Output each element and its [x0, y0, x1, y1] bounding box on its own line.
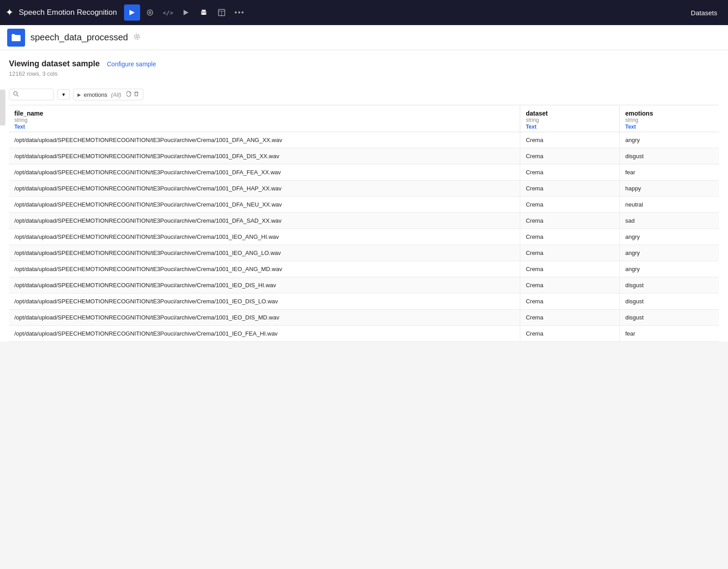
cell-file-name: /opt/data/upload/SPEECHEMOTIONRECOGNITIO…	[9, 326, 520, 342]
configure-sample-link[interactable]: Configure sample	[107, 60, 156, 68]
th-emotions-text-link[interactable]: Text	[625, 124, 714, 130]
chip-label: emotions	[84, 91, 107, 98]
th-emotions: emotions string Text	[620, 105, 719, 132]
dataset-refresh-icon[interactable]	[133, 33, 141, 42]
svg-point-12	[14, 92, 17, 95]
table-row[interactable]: /opt/data/upload/SPEECHEMOTIONRECOGNITIO…	[9, 132, 719, 148]
cell-file-name: /opt/data/upload/SPEECHEMOTIONRECOGNITIO…	[9, 197, 520, 213]
row-count: 12162 rows, 3 cols	[9, 70, 719, 77]
cell-emotions: angry	[620, 132, 719, 148]
cell-file-name: /opt/data/upload/SPEECHEMOTIONRECOGNITIO…	[9, 148, 520, 164]
table-row[interactable]: /opt/data/upload/SPEECHEMOTIONRECOGNITIO…	[9, 213, 719, 229]
deploy-icon	[128, 9, 136, 16]
nav-run-button[interactable]	[178, 4, 194, 21]
svg-point-11	[136, 35, 138, 38]
nav-circle-button[interactable]	[142, 4, 158, 21]
th-file-name-type: string	[14, 117, 514, 123]
svg-line-13	[17, 95, 18, 96]
cell-file-name: /opt/data/upload/SPEECHEMOTIONRECOGNITIO…	[9, 293, 520, 310]
cell-dataset: Crema	[520, 261, 620, 277]
table-row[interactable]: /opt/data/upload/SPEECHEMOTIONRECOGNITIO…	[9, 245, 719, 261]
chip-refresh-icon[interactable]	[126, 91, 132, 98]
app-title: Speech Emotion Recognition	[19, 8, 117, 17]
table-body: /opt/data/upload/SPEECHEMOTIONRECOGNITIO…	[9, 132, 719, 342]
table-row[interactable]: /opt/data/upload/SPEECHEMOTIONRECOGNITIO…	[9, 229, 719, 245]
filter-dropdown-button[interactable]: ▾	[57, 89, 70, 100]
table-row[interactable]: /opt/data/upload/SPEECHEMOTIONRECOGNITIO…	[9, 181, 719, 197]
nav-layout-button[interactable]	[214, 4, 230, 21]
th-file-name-text-link[interactable]: Text	[14, 124, 514, 130]
chip-expand-icon: ▶	[77, 92, 81, 97]
filter-bar: ▾ ▶ emotions (All)	[9, 84, 719, 105]
cell-emotions: disgust	[620, 148, 719, 164]
th-dataset-type: string	[526, 117, 614, 123]
dataset-name: speech_data_processed	[30, 32, 128, 43]
cell-emotions: angry	[620, 229, 719, 245]
cell-file-name: /opt/data/upload/SPEECHEMOTIONRECOGNITIO…	[9, 277, 520, 293]
svg-rect-5	[202, 10, 206, 12]
viewing-title: Viewing dataset sample	[9, 59, 100, 69]
chevron-down-icon: ▾	[62, 91, 65, 98]
cell-emotions: angry	[620, 245, 719, 261]
cell-emotions: fear	[620, 326, 719, 342]
cell-emotions: disgust	[620, 293, 719, 310]
layout-icon	[218, 9, 225, 16]
cell-emotions: angry	[620, 261, 719, 277]
table-row[interactable]: /opt/data/upload/SPEECHEMOTIONRECOGNITIO…	[9, 164, 719, 181]
svg-point-10	[134, 34, 140, 39]
svg-marker-3	[184, 10, 188, 15]
chip-delete-icon[interactable]	[133, 91, 139, 98]
data-table-wrapper: file_name string Text dataset string Tex…	[9, 105, 719, 342]
cell-file-name: /opt/data/upload/SPEECHEMOTIONRECOGNITIO…	[9, 245, 520, 261]
svg-rect-6	[202, 13, 206, 15]
chip-refresh-svg	[126, 91, 132, 97]
th-emotions-type: string	[625, 117, 714, 123]
table-row[interactable]: /opt/data/upload/SPEECHEMOTIONRECOGNITIO…	[9, 261, 719, 277]
cell-emotions: sad	[620, 213, 719, 229]
more-icon: •••	[235, 9, 245, 17]
nav-print-button[interactable]	[196, 4, 212, 21]
datasets-nav-link[interactable]: Datasets	[685, 6, 723, 19]
cell-dataset: Crema	[520, 229, 620, 245]
nav-more-button[interactable]: •••	[231, 4, 248, 21]
cell-emotions: disgust	[620, 277, 719, 293]
table-row[interactable]: /opt/data/upload/SPEECHEMOTIONRECOGNITIO…	[9, 277, 719, 293]
cell-file-name: /opt/data/upload/SPEECHEMOTIONRECOGNITIO…	[9, 213, 520, 229]
print-icon	[200, 9, 207, 16]
th-file-name: file_name string Text	[9, 105, 520, 132]
th-dataset-label: dataset	[526, 110, 614, 117]
cell-file-name: /opt/data/upload/SPEECHEMOTIONRECOGNITIO…	[9, 310, 520, 326]
nav-code-button[interactable]: </>	[160, 4, 176, 21]
table-row[interactable]: /opt/data/upload/SPEECHEMOTIONRECOGNITIO…	[9, 148, 719, 164]
cell-dataset: Crema	[520, 164, 620, 181]
th-dataset: dataset string Text	[520, 105, 620, 132]
table-row[interactable]: /opt/data/upload/SPEECHEMOTIONRECOGNITIO…	[9, 197, 719, 213]
cell-dataset: Crema	[520, 293, 620, 310]
top-navigation: ✦ Speech Emotion Recognition </>	[0, 0, 728, 25]
filter-chip-emotions[interactable]: ▶ emotions (All)	[73, 89, 143, 100]
run-icon	[183, 9, 189, 16]
cell-dataset: Crema	[520, 326, 620, 342]
th-emotions-label: emotions	[625, 110, 714, 117]
search-input[interactable]	[21, 91, 48, 98]
main-content: Viewing dataset sample Configure sample …	[0, 50, 728, 342]
th-dataset-text-link[interactable]: Text	[526, 124, 614, 130]
circle-icon	[146, 9, 154, 16]
nav-deploy-button[interactable]	[124, 4, 140, 21]
cell-dataset: Crema	[520, 181, 620, 197]
dataset-header: speech_data_processed	[0, 25, 728, 50]
svg-point-1	[147, 10, 153, 15]
data-table: file_name string Text dataset string Tex…	[9, 105, 719, 342]
cell-dataset: Crema	[520, 148, 620, 164]
search-box[interactable]	[9, 89, 54, 100]
svg-marker-0	[129, 10, 135, 15]
resize-handle[interactable]	[0, 90, 5, 125]
refresh-svg	[133, 33, 141, 40]
app-logo: ✦	[5, 7, 13, 18]
th-file-name-label: file_name	[14, 110, 514, 117]
cell-dataset: Crema	[520, 245, 620, 261]
table-row[interactable]: /opt/data/upload/SPEECHEMOTIONRECOGNITIO…	[9, 310, 719, 326]
table-row[interactable]: /opt/data/upload/SPEECHEMOTIONRECOGNITIO…	[9, 326, 719, 342]
table-row[interactable]: /opt/data/upload/SPEECHEMOTIONRECOGNITIO…	[9, 293, 719, 310]
chip-actions	[126, 91, 139, 98]
